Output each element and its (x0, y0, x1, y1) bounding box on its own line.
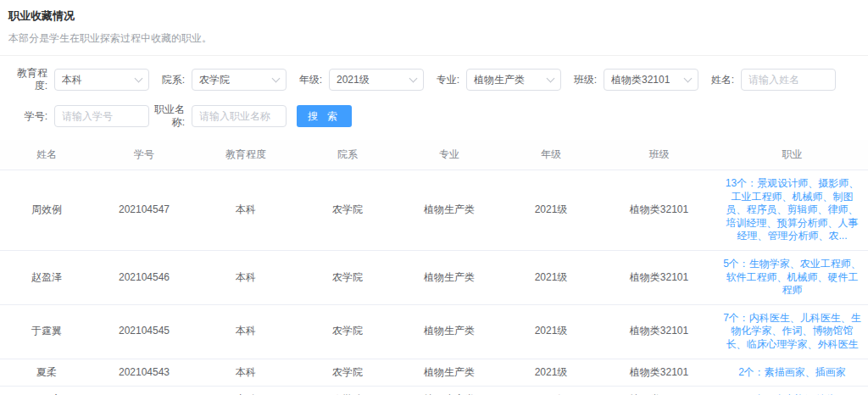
cell-name: 王思宇 (0, 387, 93, 395)
cell-class-name: 植物类32101 (602, 359, 716, 387)
major-select[interactable]: 植物生产类 (466, 69, 561, 91)
cell-student-id: 202104547 (93, 170, 195, 251)
cell-careers[interactable]: 7个：内科医生、儿科医生、生物化学家、作词、博物馆馆长、临床心理学家、外科医生 (716, 304, 868, 359)
filter-career-name: 职业名称: (149, 103, 287, 129)
filter-row-2: 学号: 职业名称: 搜 索 (12, 103, 868, 129)
cell-department: 农学院 (297, 387, 398, 395)
cell-careers[interactable]: 2个：素描画家、插画家 (716, 359, 868, 387)
page-header: 职业收藏情况 本部分是学生在职业探索过程中收藏的职业。 (0, 0, 868, 56)
table-row: 周效例202104547本科农学院植物生产类2021级植物类3210113个：景… (0, 170, 868, 251)
grade-select-value: 2021级 (337, 73, 370, 87)
cell-department: 农学院 (297, 359, 398, 387)
cell-careers[interactable]: 13个：景观设计师、摄影师、工业工程师、机械师、制图员、程序员、剪辑师、律师、培… (716, 170, 868, 251)
cell-class-name: 植物类32101 (602, 250, 716, 304)
cell-name: 周效例 (0, 170, 93, 251)
filter-name-label: 姓名: (698, 74, 734, 86)
chevron-down-icon (547, 75, 555, 83)
filter-grade-label: 年级: (287, 74, 322, 86)
filter-name: 姓名: (698, 69, 836, 91)
table-row: 于霆翼202104545本科农学院植物生产类2021级植物类321017个：内科… (0, 304, 868, 359)
cell-education: 本科 (195, 304, 297, 359)
cell-education: 本科 (195, 170, 297, 251)
column-header-2: 教育程度 (195, 140, 297, 170)
department-select[interactable]: 农学院 (192, 69, 287, 91)
cell-grade: 2021级 (500, 387, 602, 395)
column-header-0: 姓名 (0, 140, 93, 170)
filter-class-label: 班级: (561, 74, 597, 86)
filter-major-label: 专业: (424, 74, 459, 86)
filter-department-label: 院系: (149, 74, 185, 86)
class-select[interactable]: 植物类32101 (604, 69, 698, 91)
student-id-input[interactable] (54, 105, 149, 127)
column-header-5: 年级 (500, 140, 602, 170)
grade-select[interactable]: 2021级 (329, 69, 424, 91)
filter-major: 专业: 植物生产类 (424, 69, 561, 91)
column-header-1: 学号 (93, 140, 195, 170)
cell-name: 于霆翼 (0, 304, 93, 359)
chevron-down-icon (409, 75, 418, 83)
cell-careers[interactable]: 5个：生物学家、农业工程师、软件工程师、机械师、硬件工程师 (716, 250, 868, 304)
major-select-value: 植物生产类 (474, 73, 525, 87)
filter-education: 教育程度: 本科 (12, 67, 149, 92)
table-row: 赵盈泽202104546本科农学院植物生产类2021级植物类321015个：生物… (0, 250, 868, 304)
career-name-input[interactable] (192, 105, 287, 127)
cell-major: 植物生产类 (398, 359, 500, 387)
education-select-value: 本科 (62, 73, 82, 87)
class-select-value: 植物类32101 (611, 73, 670, 87)
cell-class-name: 植物类32101 (602, 170, 716, 251)
cell-major: 植物生产类 (398, 387, 500, 395)
cell-student-id: 202104542 (93, 387, 195, 395)
page-subtitle: 本部分是学生在职业探索过程中收藏的职业。 (8, 31, 860, 55)
cell-student-id: 202104545 (93, 304, 195, 359)
cell-grade: 2021级 (500, 250, 602, 304)
cell-education: 本科 (195, 250, 297, 304)
filter-row-1: 教育程度: 本科 院系: 农学院 年级: 2021级 专业: 植物生产类 (12, 67, 868, 92)
cell-major: 植物生产类 (398, 304, 500, 359)
cell-major: 植物生产类 (398, 170, 500, 251)
cell-grade: 2021级 (500, 304, 602, 359)
filter-grade: 年级: 2021级 (287, 69, 424, 91)
cell-careers[interactable]: 1个：人力资源总监 (716, 387, 868, 395)
cell-student-id: 202104543 (93, 359, 195, 387)
filter-career-name-label: 职业名称: (149, 103, 185, 129)
cell-department: 农学院 (297, 304, 398, 359)
filter-student-id: 学号: (12, 105, 149, 127)
table-row: 王思宇202104542本科农学院植物生产类2021级植物类321011个：人力… (0, 387, 868, 395)
cell-name: 夏柔 (0, 359, 93, 387)
cell-education: 本科 (195, 387, 297, 395)
chevron-down-icon (135, 75, 143, 83)
column-header-3: 院系 (297, 140, 398, 170)
cell-class-name: 植物类32101 (602, 387, 716, 395)
name-input[interactable] (741, 69, 836, 91)
filter-panel: 教育程度: 本科 院系: 农学院 年级: 2021级 专业: 植物生产类 (0, 56, 868, 129)
cell-grade: 2021级 (500, 170, 602, 251)
filter-department: 院系: 农学院 (149, 69, 287, 91)
filter-student-id-label: 学号: (12, 110, 47, 123)
column-header-7: 职业 (716, 140, 868, 170)
table-body: 周效例202104547本科农学院植物生产类2021级植物类3210113个：景… (0, 170, 868, 395)
education-select[interactable]: 本科 (54, 69, 149, 91)
department-select-value: 农学院 (199, 73, 230, 87)
students-career-table: 姓名学号教育程度院系专业年级班级职业 周效例202104547本科农学院植物生产… (0, 140, 868, 395)
filter-education-label: 教育程度: (12, 67, 47, 92)
page-title: 职业收藏情况 (8, 8, 860, 24)
chevron-down-icon (272, 75, 281, 83)
chevron-down-icon (684, 75, 693, 83)
cell-education: 本科 (195, 359, 297, 387)
cell-grade: 2021级 (500, 359, 602, 387)
search-button[interactable]: 搜 索 (297, 105, 352, 127)
cell-major: 植物生产类 (398, 250, 500, 304)
column-header-4: 专业 (398, 140, 500, 170)
cell-department: 农学院 (297, 170, 398, 251)
cell-department: 农学院 (297, 250, 398, 304)
column-header-6: 班级 (602, 140, 716, 170)
table-header-row: 姓名学号教育程度院系专业年级班级职业 (0, 140, 868, 170)
cell-student-id: 202104546 (93, 250, 195, 304)
cell-class-name: 植物类32101 (602, 304, 716, 359)
table-row: 夏柔202104543本科农学院植物生产类2021级植物类321012个：素描画… (0, 359, 868, 387)
cell-name: 赵盈泽 (0, 250, 93, 304)
filter-class: 班级: 植物类32101 (561, 69, 698, 91)
